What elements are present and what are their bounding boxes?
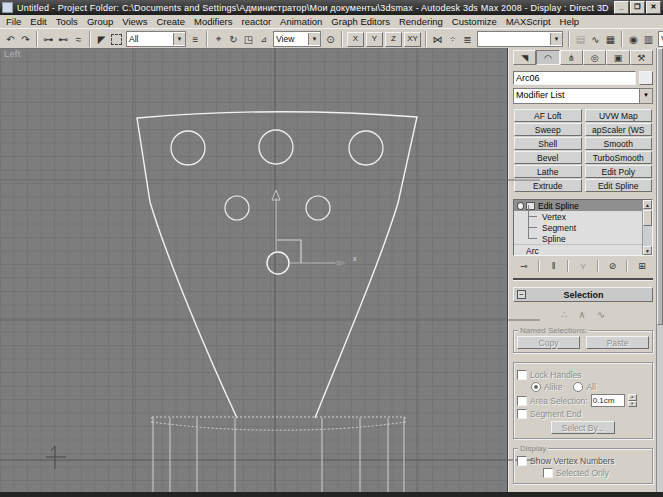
select-and-scale-icon[interactable]: ◳ [241,32,256,47]
modifier-button-mapscaler[interactable]: apScaler (WS [585,123,653,136]
modifier-button-edit-poly[interactable]: Edit Poly [585,165,653,178]
show-vertex-numbers-checkbox[interactable]: Show Vertex Numbers [517,456,649,466]
left-viewport[interactable]: Left [0,48,508,492]
lightbulb-icon[interactable] [517,202,524,210]
remove-modifier-icon[interactable]: ⊘ [605,259,621,272]
make-unique-icon[interactable]: ⋎ [575,259,591,272]
gizmo-x-axis-arrow[interactable] [336,259,349,267]
lock-handles-checkbox[interactable]: Lock Handles [517,370,649,380]
selected-only-checkbox[interactable]: Selected Only [543,468,649,478]
segment-end-checkbox[interactable]: Segment End [517,409,649,419]
select-and-manipulate-icon[interactable]: ⊿ [256,32,271,47]
viewport-canvas[interactable]: x [0,48,540,492]
select-by-name-icon[interactable]: ≡ [188,32,203,47]
utilities-tab-icon[interactable]: ⚒ [630,50,653,65]
area-selection-spinner[interactable]: ▲▼ [628,394,637,407]
minimize-button[interactable]: _ [614,1,629,14]
display-tab-icon[interactable]: ▣ [606,50,629,65]
vertex-subobject-icon[interactable]: ∴ [561,309,567,321]
title-bar[interactable]: Untitled - Project Folder: C:\Documents … [0,0,663,15]
use-pivot-point-icon[interactable]: ⊙ [323,32,338,47]
menu-animation[interactable]: Animation [280,16,322,27]
mirror-icon[interactable]: ⋈ [430,32,445,47]
selected-arc06-circle[interactable] [267,252,289,274]
render-view-dropdown[interactable]: View▼ [658,31,663,47]
stack-subobject-spline[interactable]: Spline [514,233,642,244]
snap-toggle-icon[interactable]: ⁘ [445,32,460,47]
viewport-label[interactable]: Left [4,49,21,59]
menu-file[interactable]: File [6,16,21,27]
unlink-selection-icon[interactable]: ⊷ [56,32,71,47]
panel-scrollbar[interactable] [656,48,663,492]
copy-button[interactable]: Copy [517,336,580,349]
xy-plane-constraint-button[interactable]: XY [404,32,421,47]
menu-modifiers[interactable]: Modifiers [194,16,233,27]
bind-to-space-warp-icon[interactable]: ≈ [71,32,86,47]
area-selection-checkbox[interactable]: Area Selection: 0.1cm ▲▼ [517,394,649,407]
named-selection-sets-dropdown[interactable]: ▼ [477,31,563,47]
z-constraint-button[interactable]: Z [385,32,402,47]
transform-gizmo[interactable]: x [272,190,357,267]
headstock-outline-spline[interactable] [137,112,417,418]
select-by-button[interactable]: Select By... [551,421,615,434]
modifier-button-uvw-map[interactable]: UVW Map [585,109,653,122]
collapse-icon[interactable]: − [517,290,526,299]
curve-editor-icon[interactable]: ∿ [588,32,603,47]
menu-group[interactable]: Group [87,16,113,27]
show-end-result-icon[interactable]: ‖ [546,259,562,272]
area-selection-value[interactable]: 0.1cm [591,394,625,407]
menu-create[interactable]: Create [156,16,185,27]
selection-rollout-header[interactable]: − Selection [513,287,653,302]
object-color-swatch[interactable] [639,71,653,85]
stack-scrollbar[interactable]: ▲ ▼ [642,200,652,255]
modifier-button-smooth[interactable]: Smooth [585,137,653,150]
layer-manager-icon[interactable]: ▤ [573,32,588,47]
select-and-move-icon[interactable]: ⌖ [211,32,226,47]
menu-maxscript[interactable]: MAXScript [506,16,551,27]
tuner-hole-circle-2[interactable] [259,130,293,164]
menu-edit[interactable]: Edit [30,16,46,27]
reference-coordinate-dropdown[interactable]: View▼ [273,31,321,47]
selection-filter-dropdown[interactable]: All▼ [126,31,186,47]
x-constraint-button[interactable]: X [347,32,364,47]
scroll-thumb[interactable] [643,210,652,226]
menu-rendering[interactable]: Rendering [399,16,443,27]
hierarchy-tab-icon[interactable]: ⋔ [560,50,583,65]
spline-subobject-icon[interactable]: ∿ [597,309,605,321]
undo-icon[interactable]: ↶ [3,32,18,47]
tuner-hole-circle-3[interactable] [349,131,383,165]
align-icon[interactable]: ≣ [460,32,475,47]
paste-button[interactable]: Paste [586,336,649,349]
menu-tools[interactable]: Tools [56,16,78,27]
modifier-button-edit-spline[interactable]: Edit Spline [585,179,653,192]
scroll-up-icon[interactable]: ▲ [643,200,652,209]
string-lines[interactable] [153,418,404,492]
restore-button[interactable]: ❐ [630,1,645,14]
y-constraint-button[interactable]: Y [366,32,383,47]
redo-icon[interactable]: ↷ [18,32,33,47]
render-setup-icon[interactable]: ▥ [641,32,656,47]
tuner-hole-circle-5[interactable] [306,196,330,220]
menu-help[interactable]: Help [560,16,580,27]
stack-item-arc[interactable]: Arc [514,244,642,255]
panel-scroll-thumb[interactable] [657,48,663,325]
alike-radio[interactable] [531,382,541,392]
rectangular-selection-region-icon[interactable] [109,32,124,47]
tuner-hole-circle-4[interactable] [225,196,249,220]
select-and-link-icon[interactable]: ⊶ [41,32,56,47]
schematic-view-icon[interactable]: ▦ [603,32,618,47]
menu-views[interactable]: Views [122,16,147,27]
configure-modifier-sets-icon[interactable]: ⊞ [634,259,650,272]
material-editor-icon[interactable]: ◉ [626,32,641,47]
tuner-hole-circle-1[interactable] [171,131,205,165]
select-and-rotate-icon[interactable]: ↻ [226,32,241,47]
menu-reactor[interactable]: reactor [242,16,272,27]
menu-customize[interactable]: Customize [452,16,497,27]
all-radio[interactable] [573,382,583,392]
close-button[interactable]: ✕ [646,1,661,14]
motion-tab-icon[interactable]: ◎ [583,50,606,65]
scroll-down-icon[interactable]: ▼ [643,246,652,255]
select-object-icon[interactable]: ◤ [94,32,109,47]
menu-graph-editors[interactable]: Graph Editors [331,16,390,27]
modifier-button-turbosmooth[interactable]: TurboSmooth [585,151,653,164]
